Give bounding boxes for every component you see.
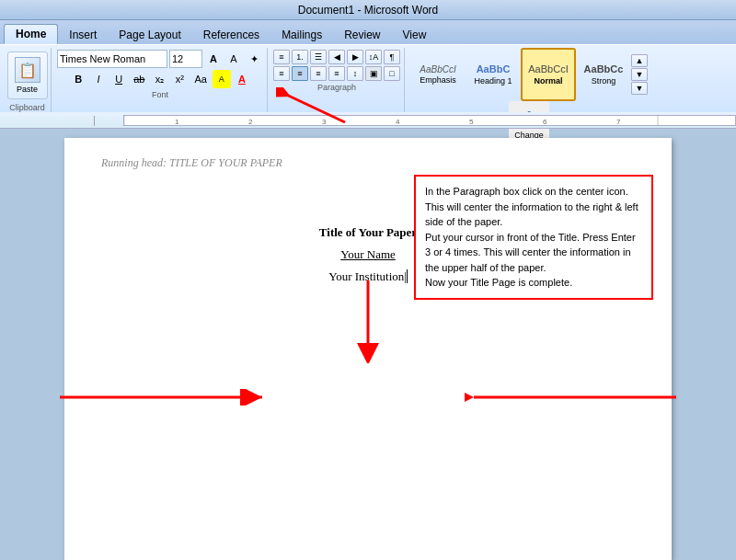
cursor: | bbox=[404, 269, 408, 283]
strong-preview: AaBbCc bbox=[584, 63, 624, 75]
tab-row: Home Insert Page Layout References Maili… bbox=[0, 20, 736, 44]
clipboard-label: Clipboard bbox=[9, 103, 45, 112]
right-arrow bbox=[465, 389, 676, 407]
tab-mailings[interactable]: Mailings bbox=[270, 26, 333, 44]
borders-button[interactable]: □ bbox=[384, 66, 400, 81]
style-emphasis[interactable]: AaBbCcI Emphasis bbox=[410, 48, 466, 101]
styles-scroll-up[interactable]: ▲ bbox=[631, 54, 648, 67]
normal-label: Normal bbox=[534, 76, 562, 86]
tooltip-line2: This will center the information to the … bbox=[425, 201, 622, 212]
underline-button[interactable]: U bbox=[109, 70, 128, 88]
page: Running head: TITLE OF YOUR PAPER Title … bbox=[64, 138, 672, 560]
change-case-button[interactable]: Aa bbox=[190, 70, 210, 88]
tab-home[interactable]: Home bbox=[4, 24, 58, 44]
decrease-indent-button[interactable]: ◀ bbox=[328, 50, 345, 64]
heading1-preview: AaBbC bbox=[477, 63, 511, 75]
font-name-input[interactable] bbox=[57, 50, 167, 68]
numbering-button[interactable]: 1. bbox=[292, 50, 308, 64]
tab-references[interactable]: References bbox=[192, 26, 270, 44]
align-center-button[interactable]: ≡ bbox=[292, 66, 308, 81]
paragraph-label: Paragraph bbox=[317, 83, 356, 92]
tab-review[interactable]: Review bbox=[333, 26, 391, 44]
ruler-bg: 1 2 3 4 5 6 7 bbox=[123, 115, 736, 126]
clipboard-group: 📋 Paste Clipboard bbox=[4, 48, 52, 112]
strikethrough-button[interactable]: ab bbox=[130, 70, 148, 88]
shrink-font-button[interactable]: A bbox=[224, 50, 243, 68]
ruler-left-margin: │ bbox=[92, 116, 98, 125]
line-spacing-button[interactable]: ↕ bbox=[347, 66, 363, 81]
show-marks-button[interactable]: ¶ bbox=[384, 50, 400, 64]
tab-view[interactable]: View bbox=[392, 26, 438, 44]
ruler: │ 1 2 3 4 5 6 7 bbox=[0, 112, 736, 129]
styles-group: AaBbCcI Emphasis AaBbC Heading 1 AaBbCcI… bbox=[407, 48, 651, 112]
superscript-button[interactable]: x² bbox=[170, 70, 189, 88]
font-color-button[interactable]: A bbox=[233, 70, 251, 88]
ribbon: 📋 Paste Clipboard A A ✦ B I U ab x₂ x² A… bbox=[0, 44, 736, 112]
svg-text:2: 2 bbox=[248, 118, 253, 126]
tab-insert[interactable]: Insert bbox=[58, 26, 108, 44]
font-label: Font bbox=[152, 90, 168, 99]
align-left-button[interactable]: ≡ bbox=[273, 66, 290, 81]
font-size-input[interactable] bbox=[169, 50, 202, 68]
document-area: Running head: TITLE OF YOUR PAPER Title … bbox=[0, 129, 736, 560]
multilevel-button[interactable]: ☰ bbox=[310, 50, 327, 64]
running-head: Running head: TITLE OF YOUR PAPER bbox=[101, 156, 635, 170]
styles-more[interactable]: ▼ bbox=[631, 82, 648, 95]
font-group: A A ✦ B I U ab x₂ x² Aa A A Font bbox=[53, 48, 268, 112]
title-bar: Document1 - Microsoft Word bbox=[0, 0, 736, 20]
sort-button[interactable]: ↕A bbox=[365, 50, 382, 64]
title-text: Document1 - Microsoft Word bbox=[298, 4, 439, 17]
svg-text:6: 6 bbox=[543, 118, 547, 126]
svg-text:1: 1 bbox=[175, 118, 179, 126]
paste-label: Paste bbox=[17, 85, 38, 94]
down-arrow bbox=[354, 280, 382, 365]
tooltip-line7: Now your Title Page is complete. bbox=[425, 277, 572, 288]
tooltip-box: In the Paragraph box click on the center… bbox=[414, 175, 653, 300]
tooltip-line6: upper half of the paper. bbox=[442, 262, 546, 273]
style-strong[interactable]: AaBbCc Strong bbox=[576, 48, 631, 101]
subscript-button[interactable]: x₂ bbox=[150, 70, 168, 88]
tooltip-line1: In the Paragraph box click on the center… bbox=[425, 186, 628, 197]
svg-text:7: 7 bbox=[616, 118, 621, 126]
left-arrow bbox=[60, 389, 271, 407]
shading-button[interactable]: ▣ bbox=[365, 66, 382, 81]
tab-page-layout[interactable]: Page Layout bbox=[108, 26, 191, 44]
bullets-button[interactable]: ≡ bbox=[273, 50, 290, 64]
increase-indent-button[interactable]: ▶ bbox=[347, 50, 363, 64]
strong-label: Strong bbox=[592, 76, 616, 86]
paragraph-group: ≡ 1. ☰ ◀ ▶ ↕A ¶ ≡ ≡ ≡ ≡ ↕ ▣ □ Paragraph bbox=[270, 48, 405, 112]
paste-button[interactable]: 📋 Paste bbox=[7, 51, 48, 99]
grow-font-button[interactable]: A bbox=[204, 50, 223, 68]
italic-button[interactable]: I bbox=[89, 70, 108, 88]
justify-button[interactable]: ≡ bbox=[328, 66, 345, 81]
styles-scroll-down[interactable]: ▼ bbox=[631, 68, 648, 81]
highlight-button[interactable]: A bbox=[213, 70, 231, 88]
svg-text:5: 5 bbox=[469, 118, 474, 126]
style-normal[interactable]: AaBbCcI Normal bbox=[521, 48, 576, 101]
bold-button[interactable]: B bbox=[69, 70, 87, 88]
emphasis-preview: AaBbCcI bbox=[420, 64, 455, 75]
paste-icon: 📋 bbox=[15, 57, 40, 83]
svg-text:4: 4 bbox=[396, 118, 400, 126]
emphasis-label: Emphasis bbox=[420, 75, 456, 85]
heading1-label: Heading 1 bbox=[474, 76, 512, 86]
style-heading1[interactable]: AaBbC Heading 1 bbox=[466, 48, 521, 101]
svg-text:3: 3 bbox=[322, 118, 327, 126]
align-right-button[interactable]: ≡ bbox=[310, 66, 327, 81]
normal-preview: AaBbCcI bbox=[528, 63, 568, 75]
clear-format-button[interactable]: ✦ bbox=[245, 50, 263, 68]
